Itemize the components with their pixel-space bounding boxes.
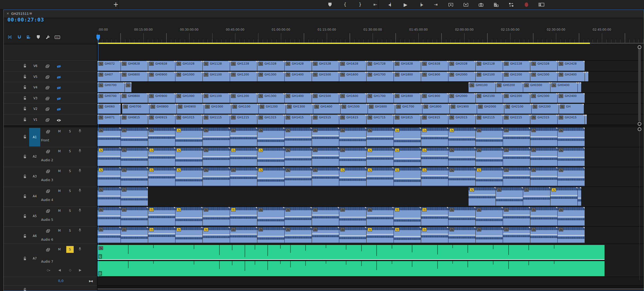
audio-clip[interactable]: fx [448, 167, 476, 186]
current-timecode[interactable]: 00:00:27:03 [7, 16, 44, 23]
fx-badge[interactable]: fx [314, 105, 319, 109]
timeline-display-settings-icon[interactable] [45, 34, 51, 40]
video-clip[interactable]: fxGH0900 [148, 93, 175, 103]
fx-badge[interactable]: fx [258, 94, 263, 98]
audio-clip[interactable]: fx [558, 147, 585, 166]
fx-badge[interactable]: fx [177, 208, 181, 212]
audio-clip[interactable]: fx [503, 167, 530, 186]
audio-clip[interactable]: fx [257, 207, 285, 226]
fx-badge[interactable]: fx [286, 62, 290, 66]
audio-clip[interactable]: fx [285, 207, 312, 226]
video-clip[interactable]: fxGH2400 [558, 72, 585, 82]
fx-badge[interactable]: fx [204, 62, 208, 66]
audio-lane-A3[interactable]: fxfxfxfxfxfxfxfxfxfxfxfxfxfxfxfxfxfx [98, 167, 644, 187]
video-clip[interactable]: fxGH060 [98, 104, 121, 114]
mute-button[interactable]: M [56, 208, 63, 214]
fx-badge[interactable]: fx [286, 228, 290, 231]
fx-badge[interactable]: fx [504, 62, 509, 66]
audio-clip[interactable]: fx [550, 187, 578, 206]
fx-badge[interactable]: fx [231, 62, 236, 66]
volume-line[interactable] [394, 158, 421, 159]
fx-badge[interactable]: fx [122, 148, 126, 152]
video-clip[interactable]: fxGH1400 [285, 72, 312, 82]
video-clip[interactable]: fxGH1215 [230, 115, 257, 124]
video-clip[interactable]: fxGH [559, 104, 584, 114]
fx-badge[interactable]: fx [477, 168, 481, 172]
fx-badge[interactable]: fx [286, 168, 290, 172]
volume-line[interactable] [203, 156, 230, 157]
step-forward-icon[interactable]: ▕▶ [416, 2, 425, 8]
fx-badge[interactable]: fx [313, 62, 317, 66]
time-ruler-ticks[interactable] [98, 33, 644, 43]
video-clip[interactable]: fxGH1900 [421, 72, 448, 82]
audio-clip[interactable]: fx [503, 207, 530, 226]
audio-lane-A1[interactable]: fxfxfxfxfxfxfxfxfxfxfxfxfxfxfxfxfxfx [98, 127, 644, 147]
audio-clip[interactable]: fx [257, 128, 285, 146]
track-id[interactable]: V5 [33, 75, 37, 79]
nest-sequences-toggle-icon[interactable] [7, 34, 12, 40]
audio-clip[interactable]: fx [312, 207, 339, 226]
fx-badge[interactable]: fx [559, 62, 563, 66]
fx-badge[interactable]: fx [451, 105, 455, 109]
audio-clip[interactable]: fx [367, 128, 394, 146]
video-lane-V2[interactable]: fxGH060fxGH0700fxGH0800fxGH0900fxGH1000f… [98, 104, 644, 114]
audio-clip[interactable]: fx [148, 227, 175, 243]
volume-line[interactable] [175, 236, 202, 236]
volume-line[interactable] [98, 259, 605, 260]
solo-button[interactable]: S [67, 208, 73, 214]
volume-line[interactable] [257, 218, 284, 218]
video-clip[interactable]: fxGH2300 [530, 72, 558, 82]
fx-badge[interactable]: fx [396, 105, 401, 109]
video-clip[interactable]: fxGH2215 [503, 115, 530, 124]
volume-line[interactable] [367, 176, 394, 176]
lock-icon[interactable] [23, 96, 27, 101]
fx-badge[interactable]: fx [422, 116, 427, 119]
track-id[interactable]: A2 [29, 155, 40, 158]
audio-clip[interactable]: fx [421, 207, 448, 226]
fx-badge[interactable]: fx [340, 228, 345, 231]
audio-clip[interactable]: fx [530, 128, 558, 146]
fx-badge[interactable]: fx [422, 128, 427, 132]
fx-badge[interactable]: fx [504, 228, 509, 231]
overlay-icon[interactable] [492, 2, 501, 8]
fx-badge[interactable]: fx [313, 228, 317, 231]
fx-badge[interactable]: fx [477, 73, 481, 77]
track-id[interactable]: V6 [33, 64, 37, 68]
video-clip[interactable]: fxGH0700 [98, 82, 125, 92]
collapse-track-icon[interactable]: ▶◀ [89, 279, 92, 283]
sync-lock-icon[interactable] [46, 75, 50, 80]
fx-badge[interactable]: fx [204, 128, 208, 132]
fx-badge[interactable]: fx [313, 73, 317, 77]
scrollbar-thumb[interactable] [638, 47, 641, 122]
lock-icon[interactable] [23, 257, 27, 262]
fx-badge[interactable]: fx [477, 208, 481, 212]
fx-badge[interactable]: fx [368, 116, 372, 119]
fx-badge[interactable]: fx [177, 148, 181, 152]
fx-badge[interactable]: fx [99, 62, 103, 66]
fx-badge[interactable]: fx [368, 148, 372, 152]
volume-line[interactable] [367, 156, 394, 156]
volume-line[interactable] [394, 178, 421, 179]
fx-badge[interactable]: fx [559, 73, 563, 77]
volume-line[interactable] [530, 136, 557, 137]
volume-line[interactable] [203, 136, 230, 137]
volume-line[interactable] [421, 136, 448, 136]
volume-line[interactable] [175, 158, 202, 158]
video-clip[interactable]: fxGH0200 [496, 82, 523, 92]
track-output-disabled-icon[interactable] [56, 107, 61, 112]
video-clip[interactable]: fxGH1615 [339, 115, 367, 124]
video-clip[interactable]: fxGH2228 [503, 61, 530, 71]
volume-line[interactable] [476, 217, 503, 218]
sync-lock-icon[interactable] [46, 189, 50, 194]
captions-icon[interactable]: CC [55, 34, 60, 40]
video-clip[interactable]: fxGH0800 [121, 72, 148, 82]
audio-clip[interactable]: fx [530, 207, 558, 226]
fx-badge[interactable]: fx [149, 94, 154, 98]
mute-button[interactable]: M [56, 128, 63, 134]
lock-icon[interactable] [23, 75, 27, 80]
fx-badge[interactable]: fx [477, 62, 481, 66]
fx-badge[interactable]: fx [477, 94, 481, 98]
mute-button[interactable]: M [56, 168, 63, 174]
track-id[interactable]: A6 [29, 234, 40, 238]
volume-line[interactable] [448, 216, 475, 217]
